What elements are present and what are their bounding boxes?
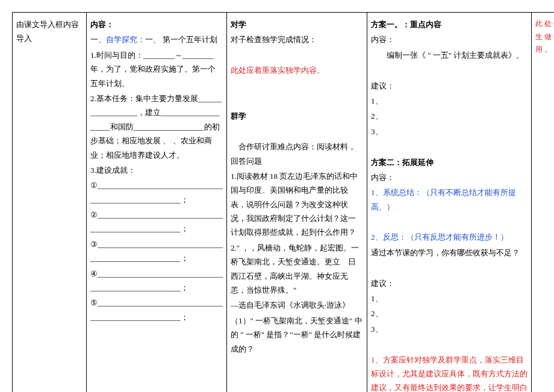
group-q2: 2." ，，风樯动，龟蛇静，起宏图。一桥飞架南北，天堑变通途。更立 日 西江石壁…: [231, 241, 363, 297]
item-1: 1.时间与目的：________～________年，为了，党和政府实施了。第一…: [90, 48, 223, 90]
col-intro: 由课文导入框内容导入: [13, 13, 87, 393]
suggest-3: 3、: [371, 125, 528, 138]
suggest-1: 1、: [371, 94, 528, 108]
plan2-content-label: 内容：: [371, 170, 528, 184]
suggest-label-2: 建议：: [371, 276, 528, 290]
col-plans: 方案一。：重点内容 内容： 编制一张《 " 一五" 计划主要成就表》。 建议： …: [367, 13, 532, 393]
self-study-line: 一、自学探究：一、 第一个五年计划: [90, 33, 223, 46]
achievement-5: ⑤_______________________________________…: [90, 296, 223, 324]
margin-note: 此 处 供 学 生 做 笔 记 用 。: [535, 17, 554, 57]
pair-heading: 对学: [231, 17, 363, 31]
item-3: 3.建设成就：: [90, 163, 223, 177]
group-heading: 群学: [231, 109, 363, 123]
suggest2-2: 2、: [371, 306, 528, 320]
col-margin-note: 此 处 供 学 生 做 笔 记 用 。: [532, 13, 555, 393]
suggest-label: 建议：: [371, 79, 528, 93]
plan2-line3: 通过本节课的学习，你有哪些收获与不足？: [371, 246, 528, 260]
plan1-content-label: 内容：: [371, 33, 528, 46]
plan2-heading: 方案二：拓展延伸: [371, 155, 528, 169]
pair-line1: 对子检查独学完成情况：: [231, 33, 363, 46]
plan2-line2: 2、反思：（只有反思才能有所进步！）: [371, 230, 528, 244]
group-q3: —选自毛泽东词《水调歌头·游泳》: [231, 298, 363, 312]
worksheet-table: 由课文导入框内容导入 内容： 一、自学探究：一、 第一个五年计划 1.时间与目的…: [12, 12, 554, 392]
plan1-heading: 方案一。：重点内容: [371, 17, 528, 31]
group-q4: （1）" 一桥飞架南北，天堑变通途" 中的 " 一桥" 是指？"一桥" 是什么时…: [231, 314, 363, 356]
col-pair-group: 对学 对子检查独学完成情况： 此处应着重落实独学内容。 群学 合作研讨重难点内容…: [227, 13, 367, 393]
achievement-4: ④_______________________________________…: [90, 267, 223, 295]
plan1-content: 编制一张《 " 一五" 计划主要成就表》。: [371, 48, 528, 62]
self-study-suffix: 一、 第一个五年计划: [145, 35, 217, 44]
content-heading: 内容：: [90, 17, 223, 31]
item-2: 2.基本任务：集中主要力量发展__________________，建立____…: [90, 92, 223, 162]
pair-line2: 此处应着重落实独学内容。: [231, 63, 363, 77]
achievement-2: ②_______________________________________…: [90, 208, 223, 236]
plan2-line1: 1、系统总结：（只有不断总结才能有所提高。）: [371, 185, 528, 214]
suggest2-3: 3、: [371, 322, 528, 336]
achievement-3: ③_______________________________________…: [90, 237, 223, 266]
group-intro: 合作研讨重难点内容：阅读材料，回答问题: [231, 140, 363, 168]
suggest-2: 2、: [371, 109, 528, 123]
col-content: 内容： 一、自学探究：一、 第一个五年计划 1.时间与目的：________～_…: [87, 13, 227, 393]
self-study-prefix: 一、: [90, 35, 106, 44]
group-q1: 1.阅读教材 18 页左边毛泽东的话和中国与印度、美国钢和电产量的比较表，说明什…: [231, 169, 363, 240]
achievement-1: ①_______________________________________…: [90, 178, 223, 207]
plan-note: 1、方案应针对独学及群学重点，落实三维目标设计，尤其是建议应具体，既有方式方法的…: [371, 353, 528, 392]
suggest2-1: 1、: [371, 291, 528, 305]
self-study-label: 自学探究：: [106, 35, 145, 44]
intro-title: 由课文导入框内容导入: [16, 17, 82, 46]
